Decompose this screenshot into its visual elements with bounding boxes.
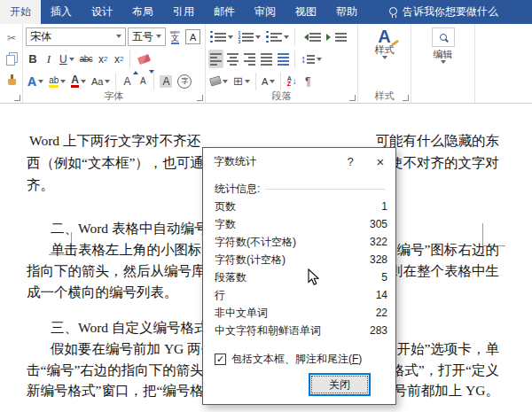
decrease-indent-icon bbox=[301, 33, 321, 42]
tab-layout[interactable]: 布局 bbox=[122, 0, 163, 24]
change-case-button[interactable]: Aa bbox=[90, 72, 112, 90]
stat-row-paragraphs: 段落数5 bbox=[215, 268, 387, 286]
numbering-button[interactable]: 123 bbox=[237, 27, 263, 46]
paragraph-group-label: 段落 bbox=[206, 89, 357, 103]
distribute-button[interactable] bbox=[276, 50, 291, 68]
styles-dialog-launcher[interactable] bbox=[403, 95, 409, 101]
character-shading-icon: A bbox=[160, 75, 172, 88]
increase-indent-button[interactable] bbox=[325, 27, 348, 46]
down-arrow-icon bbox=[149, 70, 154, 76]
chevron-down-icon bbox=[255, 35, 261, 42]
copy-button[interactable] bbox=[4, 50, 19, 68]
cut-button[interactable]: ✂ bbox=[4, 28, 19, 47]
chevron-down-icon bbox=[245, 80, 250, 86]
character-border-button[interactable]: A bbox=[184, 27, 202, 46]
shrink-font-button[interactable]: A bbox=[136, 72, 150, 90]
justify-button[interactable] bbox=[259, 50, 274, 68]
chevron-down-icon bbox=[223, 80, 228, 86]
chevron-down-icon bbox=[105, 80, 110, 86]
tab-mailings[interactable]: 邮件 bbox=[204, 0, 245, 24]
font-dialog-launcher[interactable] bbox=[197, 95, 203, 101]
tab-review[interactable]: 审阅 bbox=[245, 0, 286, 24]
enclose-characters-icon: 字 bbox=[177, 74, 192, 89]
show-hide-marks-button[interactable]: ¶ bbox=[301, 72, 315, 90]
divider bbox=[294, 28, 295, 46]
chevron-down-icon bbox=[228, 35, 233, 42]
align-left-button[interactable] bbox=[208, 50, 223, 68]
asian-layout-button[interactable]: A bbox=[260, 72, 277, 90]
multilevel-list-button[interactable] bbox=[264, 27, 291, 46]
divider bbox=[265, 189, 385, 190]
close-icon[interactable]: × bbox=[365, 148, 395, 175]
italic-button[interactable]: I bbox=[42, 50, 56, 68]
tab-home[interactable]: 开始 bbox=[0, 0, 41, 24]
shading-button[interactable] bbox=[208, 72, 230, 90]
paint-bucket-icon bbox=[209, 76, 222, 87]
clear-formatting-button[interactable] bbox=[134, 50, 154, 68]
numbering-icon: 123 bbox=[239, 31, 254, 43]
text-effects-button[interactable]: A bbox=[26, 72, 45, 90]
chevron-down-icon bbox=[69, 58, 74, 64]
magnifier-icon bbox=[440, 34, 447, 41]
sort-button[interactable]: AZ↓ bbox=[285, 72, 299, 90]
align-right-button[interactable] bbox=[242, 50, 257, 68]
font-color-button[interactable]: A bbox=[69, 72, 88, 90]
chevron-down-icon bbox=[60, 80, 66, 86]
font-size-combo[interactable]: 五号 bbox=[128, 27, 167, 46]
tab-view[interactable]: 视图 bbox=[286, 0, 326, 24]
paragraph-dialog-launcher[interactable] bbox=[349, 95, 356, 101]
close-button[interactable]: 关闭 bbox=[309, 373, 371, 396]
group-font: 宋体 五号 wén 文 A B I U abc x2 x2 bbox=[23, 24, 206, 103]
character-shading-button[interactable]: A bbox=[158, 72, 174, 90]
chevron-down-icon bbox=[38, 80, 43, 86]
copy-icon bbox=[6, 55, 15, 66]
grow-font-button[interactable]: A bbox=[120, 72, 134, 90]
line-spacing-icon: ↕ bbox=[301, 53, 306, 66]
multilevel-list-icon bbox=[266, 31, 282, 43]
stat-row-pages: 页数1 bbox=[215, 198, 387, 215]
help-button[interactable]: ? bbox=[335, 148, 365, 175]
tab-help[interactable]: 帮助 bbox=[326, 0, 367, 24]
font-name-combo[interactable]: 宋体 bbox=[26, 27, 126, 46]
include-textboxes-checkbox-row[interactable]: ✓ 包括文本框、脚注和尾注(F) bbox=[215, 352, 362, 367]
subscript-button[interactable]: x2 bbox=[96, 50, 110, 68]
checkbox-checked-icon[interactable]: ✓ bbox=[215, 354, 226, 365]
tab-design[interactable]: 设计 bbox=[82, 0, 122, 24]
sort-icon: AZ↓ bbox=[287, 76, 297, 87]
stat-row-non-chinese-words: 非中文单词22 bbox=[215, 304, 387, 322]
pilcrow-icon: ¶ bbox=[305, 75, 310, 88]
borders-button[interactable]: ⊞ bbox=[231, 72, 252, 90]
divider bbox=[115, 73, 116, 90]
bullets-button[interactable] bbox=[208, 27, 235, 46]
editing-button[interactable]: 编辑 bbox=[414, 26, 472, 68]
chevron-down-icon bbox=[441, 60, 446, 66]
tab-references[interactable]: 引用 bbox=[163, 0, 204, 24]
text-effects-icon: A bbox=[27, 74, 36, 89]
font-group-label: 字体 bbox=[23, 89, 205, 103]
divider bbox=[129, 51, 130, 68]
word-count-dialog: 字数统计 ? × 统计信息: 页数1 字数305 字符数(不计空格)322 字符… bbox=[202, 147, 396, 405]
underline-button[interactable]: U bbox=[58, 50, 76, 68]
chevron-down-icon bbox=[116, 35, 121, 41]
tab-insert[interactable]: 插入 bbox=[41, 0, 82, 24]
chevron-down-icon bbox=[284, 35, 289, 42]
clipboard-dialog-launcher[interactable] bbox=[14, 95, 20, 101]
group-editing: 编辑 bbox=[411, 24, 475, 103]
format-painter-button[interactable] bbox=[4, 71, 19, 89]
align-center-button[interactable] bbox=[225, 50, 240, 68]
styles-button[interactable]: A 样式 bbox=[361, 26, 408, 64]
strikethrough-button[interactable]: abc bbox=[78, 50, 95, 68]
tell-me-box[interactable]: 告诉我你想要做什么 bbox=[379, 0, 508, 24]
chevron-down-icon bbox=[317, 58, 322, 64]
enclose-characters-button[interactable]: 字 bbox=[176, 72, 193, 90]
phonetic-guide-button[interactable]: wén 文 bbox=[168, 27, 182, 46]
format-painter-icon bbox=[8, 79, 16, 85]
align-center-icon bbox=[227, 53, 239, 66]
highlight-color-button[interactable]: ab bbox=[47, 72, 67, 90]
superscript-button[interactable]: x2 bbox=[112, 50, 126, 68]
stat-row-chinese-chars: 中文字符和朝鲜语单词283 bbox=[215, 322, 387, 339]
line-spacing-button[interactable]: ↕ bbox=[299, 50, 324, 68]
brush-icon bbox=[391, 40, 399, 47]
decrease-indent-button[interactable] bbox=[299, 27, 323, 46]
bold-button[interactable]: B bbox=[26, 50, 40, 68]
